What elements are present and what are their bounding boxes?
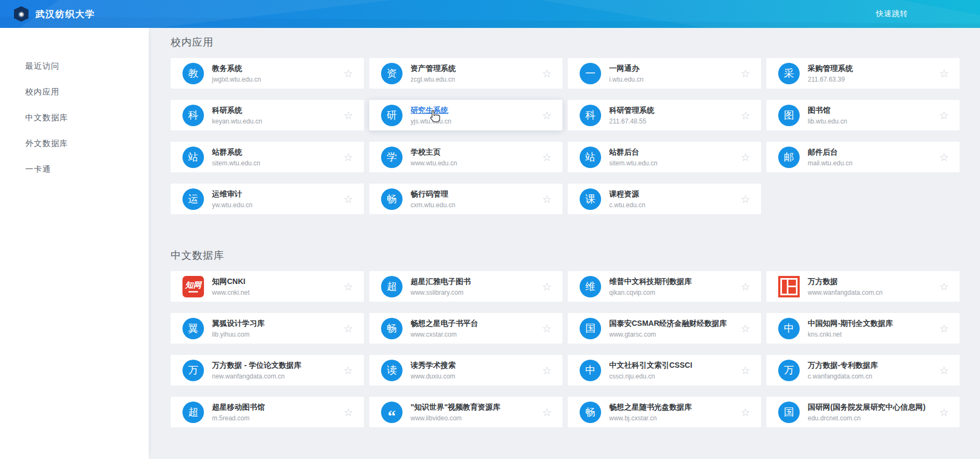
app-card[interactable]: 畅 畅想之星随书光盘数据库 www.bj.cxstar.cn ☆ xyxy=(568,397,761,427)
app-card[interactable]: 课 课程资源 c.wtu.edu.cn ☆ xyxy=(568,184,761,214)
app-card[interactable]: 畅 畅行码管理 cxm.wtu.edu.cn ☆ xyxy=(369,184,562,214)
sidebar-item-campus-apps[interactable]: 校内应用 xyxy=(0,79,149,105)
app-card[interactable]: 超 超星汇雅电子图书 www.sslibrary.com ☆ xyxy=(369,271,562,302)
favorite-star-icon[interactable]: ☆ xyxy=(542,323,552,334)
favorite-star-icon[interactable]: ☆ xyxy=(542,152,552,163)
app-title: 万方数据 - 学位论文数据库 xyxy=(212,361,338,370)
app-title: 国研网(国务院发展研究中心信息网) xyxy=(808,403,934,412)
favorite-star-icon[interactable]: ☆ xyxy=(741,323,750,334)
app-card[interactable]: 中 中国知网-期刊全文数据库 kns.cnki.net ☆ xyxy=(766,313,960,344)
app-card[interactable]: 站 站群后台 sitem.wtu.edu.cn ☆ xyxy=(568,142,761,172)
app-card[interactable]: 科 科研系统 keyan.wtu.edu.cn ☆ xyxy=(171,100,364,130)
favorite-star-icon[interactable]: ☆ xyxy=(343,110,353,121)
app-card[interactable]: 万 万方数据-专利数据库 c.wanfangdata.com.cn ☆ xyxy=(766,355,960,385)
app-title: "知识世界"视频教育资源库 xyxy=(411,403,537,412)
app-card[interactable]: 万 万方数据 - 学位论文数据库 new.wanfangdata.com.cn … xyxy=(171,355,364,385)
app-url: 211.67.48.55 xyxy=(609,118,735,125)
favorite-star-icon[interactable]: ☆ xyxy=(542,194,552,205)
app-title: 资产管理系统 xyxy=(411,64,537,74)
favorite-star-icon[interactable]: ☆ xyxy=(542,365,552,376)
app-icon: 邮 xyxy=(778,147,800,168)
app-url: i.wtu.edu.cn xyxy=(609,76,735,83)
favorite-star-icon[interactable]: ☆ xyxy=(741,407,750,418)
app-card[interactable]: 中 中文社科引文索引CSSCI cssci.nju.edu.cn ☆ xyxy=(568,355,761,385)
app-card[interactable]: 畅 畅想之星电子书平台 www.cxstar.com ☆ xyxy=(369,313,562,344)
app-icon: 畅 xyxy=(381,318,403,339)
favorite-star-icon[interactable]: ☆ xyxy=(939,68,949,79)
favorite-star-icon[interactable]: ☆ xyxy=(939,281,949,292)
app-card[interactable]: 站 站群系统 sitem.wtu.edu.cn ☆ xyxy=(171,142,364,172)
favorite-star-icon[interactable]: ☆ xyxy=(939,407,949,418)
sidebar-item-recent-visits[interactable]: 最近访问 xyxy=(0,53,149,79)
favorite-star-icon[interactable]: ☆ xyxy=(542,110,552,121)
app-card[interactable]: 科 科研管理系统 211.67.48.55 ☆ xyxy=(568,100,761,130)
university-title: 武汉纺织大学 xyxy=(35,8,95,20)
app-url: c.wtu.edu.cn xyxy=(609,201,735,209)
quick-jump-button[interactable]: 快速跳转 xyxy=(876,9,908,19)
favorite-star-icon[interactable]: ☆ xyxy=(741,365,750,376)
app-card[interactable]: “ "知识世界"视频教育资源库 www.libvideo.com ☆ xyxy=(369,397,562,427)
app-url: yjs.wtu.edu.cn xyxy=(411,118,537,125)
app-url: edu.drcnet.com.cn xyxy=(808,414,934,422)
favorite-star-icon[interactable]: ☆ xyxy=(741,281,750,292)
app-title: 运维审计 xyxy=(212,190,338,199)
app-card[interactable]: 国 国泰安CSMAR经济金融财经数据库 www.gtarsc.com ☆ xyxy=(568,313,761,344)
app-title: 国泰安CSMAR经济金融财经数据库 xyxy=(609,319,735,329)
app-icon: 研 xyxy=(381,105,403,126)
app-card[interactable]: 研 研究生系统 yjs.wtu.edu.cn ☆ xyxy=(369,100,562,130)
favorite-star-icon[interactable]: ☆ xyxy=(741,194,750,205)
favorite-star-icon[interactable]: ☆ xyxy=(343,365,353,376)
favorite-star-icon[interactable]: ☆ xyxy=(542,68,552,79)
favorite-star-icon[interactable]: ☆ xyxy=(939,152,949,163)
favorite-star-icon[interactable]: ☆ xyxy=(939,110,949,121)
favorite-star-icon[interactable]: ☆ xyxy=(343,281,353,292)
favorite-star-icon[interactable]: ☆ xyxy=(741,110,750,121)
favorite-star-icon[interactable]: ☆ xyxy=(343,407,353,418)
sidebar-item-chinese-databases[interactable]: 中文数据库 xyxy=(0,105,149,130)
app-icon: 超 xyxy=(381,276,403,297)
app-title: 站群系统 xyxy=(212,148,338,157)
app-title: 研究生系统 xyxy=(411,106,537,115)
app-url: www.wtu.edu.cn xyxy=(411,159,537,167)
favorite-star-icon[interactable]: ☆ xyxy=(939,365,949,376)
cnki-logo-icon: 知网 xyxy=(182,276,204,297)
section-campus-apps: 校内应用 教 教务系统 jwglxt.wtu.edu.cn ☆ 资 资产管理系统… xyxy=(171,35,960,214)
app-card[interactable]: 国 国研网(国务院发展研究中心信息网) edu.drcnet.com.cn ☆ xyxy=(766,397,960,427)
app-card[interactable]: 知网 知网CNKI www.cnki.net ☆ xyxy=(171,271,364,302)
app-url: sitem.wtu.edu.cn xyxy=(609,159,735,167)
app-url: keyan.wtu.edu.cn xyxy=(212,118,338,125)
app-card[interactable]: 采 采购管理系统 211.67.63.39 ☆ xyxy=(766,58,960,89)
app-card[interactable]: 邮 邮件后台 mail.wtu.edu.cn ☆ xyxy=(766,142,960,172)
sidebar-item-foreign-databases[interactable]: 外文数据库 xyxy=(0,130,149,156)
app-card[interactable]: 教 教务系统 jwglxt.wtu.edu.cn ☆ xyxy=(171,58,364,89)
app-card[interactable]: 学 学校主页 www.wtu.edu.cn ☆ xyxy=(369,142,562,172)
app-card[interactable]: 图 图书馆 lib.wtu.edu.cn ☆ xyxy=(766,100,960,130)
favorite-star-icon[interactable]: ☆ xyxy=(343,68,353,79)
favorite-star-icon[interactable]: ☆ xyxy=(741,68,750,79)
app-card[interactable]: 翼 翼狐设计学习库 lib.yihuu.com ☆ xyxy=(171,313,364,344)
app-url: m.5read.com xyxy=(212,414,338,422)
app-card[interactable]: 一 一网通办 i.wtu.edu.cn ☆ xyxy=(568,58,761,89)
app-title: 教务系统 xyxy=(212,64,338,74)
favorite-star-icon[interactable]: ☆ xyxy=(542,407,552,418)
app-card[interactable]: 万方数据 www.wanfangdata.com.cn ☆ xyxy=(766,271,960,302)
app-icon: 科 xyxy=(182,105,204,126)
app-card[interactable]: 运 运维审计 yw.wtu.edu.cn ☆ xyxy=(171,184,364,214)
favorite-star-icon[interactable]: ☆ xyxy=(542,281,552,292)
app-title: 万方数据 xyxy=(808,277,934,287)
app-icon: 维 xyxy=(580,276,601,297)
app-url: zcgl.wtu.edu.cn xyxy=(411,76,537,83)
app-card[interactable]: 资 资产管理系统 zcgl.wtu.edu.cn ☆ xyxy=(369,58,562,89)
app-card[interactable]: 维 维普中文科技期刊数据库 qikan.cqvip.com ☆ xyxy=(568,271,761,302)
favorite-star-icon[interactable]: ☆ xyxy=(939,323,949,334)
app-icon: 国 xyxy=(778,402,800,423)
app-card[interactable]: 读 读秀学术搜索 www.duxiu.com ☆ xyxy=(369,355,562,385)
app-card[interactable]: 超 超星移动图书馆 m.5read.com ☆ xyxy=(171,397,364,427)
favorite-star-icon[interactable]: ☆ xyxy=(343,152,353,163)
favorite-star-icon[interactable]: ☆ xyxy=(343,194,353,205)
app-url: new.wanfangdata.com.cn xyxy=(212,373,338,380)
favorite-star-icon[interactable]: ☆ xyxy=(741,152,750,163)
sidebar-item-one-card[interactable]: 一卡通 xyxy=(0,156,149,182)
favorite-star-icon[interactable]: ☆ xyxy=(343,323,353,334)
app-url: sitem.wtu.edu.cn xyxy=(212,159,338,167)
